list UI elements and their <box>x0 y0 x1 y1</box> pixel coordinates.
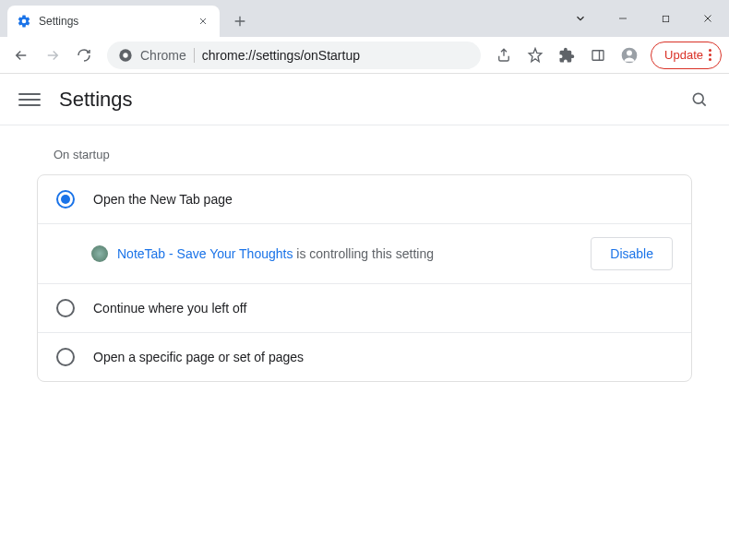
option-label: Open the New Tab page <box>93 192 233 207</box>
window-controls <box>559 0 729 37</box>
option-label: Continue where you left off <box>93 301 246 316</box>
page-title: Settings <box>59 88 133 112</box>
update-button[interactable]: Update <box>651 42 722 69</box>
startup-options-card: Open the New Tab page NoteTab - Save You… <box>37 174 692 382</box>
vertical-dots-icon <box>709 49 711 61</box>
svg-point-6 <box>693 93 703 103</box>
radio-unselected[interactable] <box>56 348 75 366</box>
disable-button[interactable]: Disable <box>591 237 673 270</box>
svg-rect-0 <box>663 16 668 21</box>
browser-tab[interactable]: Settings <box>7 6 220 37</box>
svg-rect-3 <box>592 50 604 60</box>
close-window-button[interactable] <box>687 4 729 33</box>
menu-button[interactable] <box>18 89 41 111</box>
extension-icon <box>91 245 108 262</box>
window-title-bar: Settings <box>0 0 729 37</box>
reload-button[interactable] <box>70 42 98 69</box>
update-label: Update <box>664 48 703 62</box>
address-url: chrome://settings/onStartup <box>202 48 360 63</box>
radio-unselected[interactable] <box>56 299 75 317</box>
maximize-button[interactable] <box>644 4 687 33</box>
close-tab-icon[interactable] <box>196 14 210 29</box>
tab-title: Settings <box>39 15 188 28</box>
extension-control-notice: NoteTab - Save Your Thoughts is controll… <box>38 224 691 284</box>
chevron-down-icon[interactable] <box>559 4 602 33</box>
share-icon[interactable] <box>490 42 518 69</box>
extension-suffix: is controlling this setting <box>293 246 434 261</box>
option-continue[interactable]: Continue where you left off <box>38 284 691 333</box>
bookmark-icon[interactable] <box>521 42 549 69</box>
back-button[interactable] <box>7 42 35 69</box>
address-divider <box>194 48 195 63</box>
section-title: On startup <box>54 148 692 161</box>
svg-point-2 <box>123 53 127 57</box>
browser-toolbar: Chrome chrome://settings/onStartup Updat… <box>0 37 729 74</box>
option-label: Open a specific page or set of pages <box>93 350 304 364</box>
extensions-icon[interactable] <box>553 42 580 69</box>
svg-point-5 <box>627 50 632 55</box>
chrome-icon <box>118 48 133 63</box>
address-prefix: Chrome <box>140 48 186 63</box>
profile-icon[interactable] <box>615 42 643 69</box>
gear-icon <box>17 14 31 29</box>
settings-header: Settings <box>0 74 729 125</box>
settings-content: On startup Open the New Tab page NoteTab… <box>0 125 729 404</box>
address-bar[interactable]: Chrome chrome://settings/onStartup <box>107 42 481 69</box>
option-specific-pages[interactable]: Open a specific page or set of pages <box>38 333 691 381</box>
forward-button[interactable] <box>39 42 66 69</box>
search-button[interactable] <box>688 89 711 111</box>
new-tab-button[interactable] <box>227 8 253 34</box>
option-new-tab[interactable]: Open the New Tab page <box>38 175 691 224</box>
radio-selected[interactable] <box>56 190 75 209</box>
sidepanel-icon[interactable] <box>584 42 612 69</box>
extension-link[interactable]: NoteTab - Save Your Thoughts <box>117 246 293 261</box>
minimize-button[interactable] <box>602 4 644 33</box>
